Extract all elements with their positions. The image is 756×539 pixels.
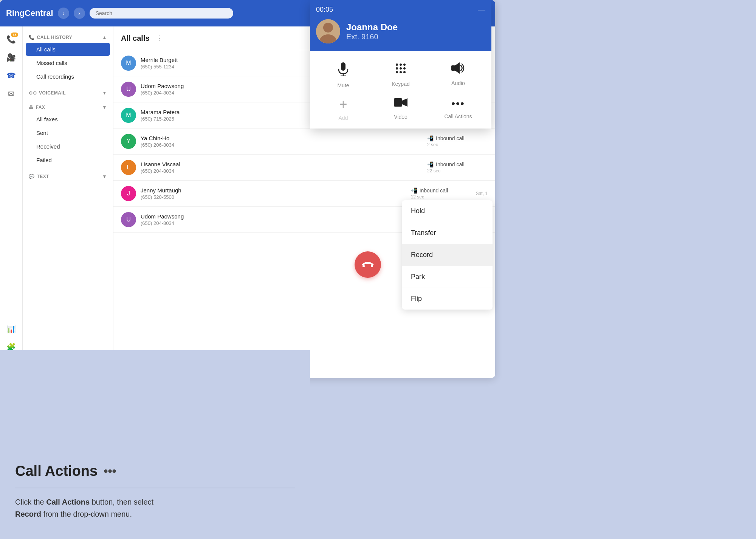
svg-rect-15 (451, 65, 455, 71)
call-type-label: 📲 Inbound call (427, 161, 465, 167)
forward-button[interactable]: › (74, 8, 85, 19)
call-date: Sat, 1 (476, 191, 488, 196)
call-actions-label: Call Actions (444, 113, 472, 119)
microphone-icon (338, 62, 349, 79)
tutorial-dots: ••• (104, 464, 116, 478)
contact-phone: (650) 204-8034 (141, 168, 423, 174)
sidebar-icon-message[interactable]: ✉ (3, 85, 20, 102)
nav-item-missed-calls[interactable]: Missed calls (26, 56, 110, 70)
nav-item-sent[interactable]: Sent (26, 126, 110, 139)
dropdown-item-record[interactable]: Record (402, 244, 493, 266)
nav-item-received[interactable]: Received (26, 140, 110, 153)
call-actions-dropdown: Hold Transfer Record Park Flip (402, 200, 493, 310)
fax-icon: 🖷 (29, 105, 34, 110)
voicemail-collapse-icon: ▼ (102, 90, 107, 96)
svg-marker-18 (402, 98, 407, 107)
call-contact-name: Joanna Doe (346, 22, 398, 33)
nav-sidebar: 📞 CALL HISTORY ▲ All calls Missed calls … (23, 26, 113, 378)
tutorial-title: Call Actions ••• (15, 463, 295, 479)
contact-info: Lisanne Viscaal (650) 204-8034 (141, 161, 423, 174)
back-button[interactable]: ‹ (58, 8, 69, 19)
fax-header[interactable]: 🖷 FAX ▼ (23, 102, 113, 112)
sidebar-icon-video[interactable]: 🎥 (3, 49, 20, 66)
inbound-call-icon: 📲 (427, 161, 434, 167)
nav-item-all-calls[interactable]: All calls (26, 43, 110, 56)
call-history-header[interactable]: 📞 CALL HISTORY ▲ (23, 33, 113, 42)
text-header[interactable]: 💬 TEXT ▼ (23, 172, 113, 181)
contact-phone: (650) 520-5500 (141, 194, 406, 200)
call-timer: 00:05 (316, 6, 333, 14)
video-label: Video (394, 114, 407, 120)
table-row[interactable]: Y Ya Chin-Ho (650) 206-8034 📲 Inbound ca… (113, 129, 495, 155)
call-duration: 22 sec (427, 168, 440, 173)
sidebar-icon-phone[interactable]: 📞 68 (3, 31, 20, 48)
video-call-button[interactable]: Video (375, 98, 426, 121)
svg-point-1 (323, 23, 333, 33)
inbound-call-icon: 📲 (411, 187, 417, 194)
minimize-button[interactable]: — (478, 5, 485, 14)
svg-marker-16 (455, 62, 460, 74)
sidebar-icon-analytics[interactable]: 📊 (3, 321, 20, 337)
phone-small-icon: 📞 (29, 35, 35, 40)
audio-label: Audio (451, 80, 465, 86)
search-input[interactable] (90, 8, 233, 19)
keypad-button[interactable]: Keypad (375, 62, 426, 88)
contact-name: Jenny Murtaugh (141, 187, 406, 194)
voicemail-header[interactable]: ⊙⊙ VOICEMAIL ▼ (23, 88, 113, 98)
more-options-button[interactable]: ⋮ (154, 33, 164, 44)
app-logo: RingCentral (6, 8, 53, 18)
sidebar-icon-call[interactable]: ☎ (3, 67, 20, 84)
call-duration: 12 sec (411, 194, 424, 200)
tutorial-title-text: Call Actions (15, 463, 98, 479)
call-type-section: 📲 Inbound call 2 sec (427, 135, 488, 147)
add-icon: + (339, 98, 347, 111)
tutorial-text-part2: button, then select (90, 498, 153, 506)
tutorial-divider (15, 488, 295, 488)
call-actions-button[interactable]: ••• Call Actions (432, 98, 484, 121)
add-button[interactable]: + Add (318, 98, 369, 121)
table-row[interactable]: L Lisanne Viscaal (650) 204-8034 📲 Inbou… (113, 155, 495, 181)
nav-item-all-faxes[interactable]: All faxes (26, 113, 110, 126)
call-history-label: CALL HISTORY (37, 35, 73, 40)
dropdown-item-park[interactable]: Park (402, 266, 493, 288)
tutorial-overlay: Call Actions ••• Click the Call Actions … (0, 350, 310, 539)
message-icon: ✉ (8, 89, 14, 98)
svg-point-6 (396, 64, 398, 66)
avatar: L (121, 160, 136, 175)
text-label: TEXT (37, 174, 50, 179)
call-icon: ☎ (6, 71, 16, 80)
end-call-button[interactable] (355, 251, 381, 278)
avatar: U (121, 82, 136, 97)
mute-button[interactable]: Mute (318, 62, 369, 88)
svg-point-7 (400, 64, 402, 66)
svg-point-14 (403, 71, 406, 73)
call-actions-grid: Mute Keypad (310, 51, 491, 129)
dropdown-item-hold[interactable]: Hold (402, 200, 493, 222)
tutorial-text-part3: from the drop-down menu. (41, 510, 132, 518)
audio-button[interactable]: Audio (432, 62, 484, 88)
dropdown-item-flip[interactable]: Flip (402, 288, 493, 310)
avatar: M (121, 108, 136, 123)
contact-phone: (650) 204-8034 (141, 220, 406, 226)
icon-sidebar: 📞 68 🎥 ☎ ✉ 📊 🧩 ⚙ (0, 26, 23, 378)
dropdown-item-transfer[interactable]: Transfer (402, 222, 493, 244)
svg-point-11 (403, 67, 406, 70)
svg-rect-3 (341, 62, 345, 71)
collapse-icon: ▲ (102, 35, 107, 40)
ellipsis-icon: ••• (451, 98, 465, 110)
call-duration: 2 sec (427, 142, 438, 147)
call-contact-avatar (316, 19, 340, 43)
nav-item-failed[interactable]: Failed (26, 153, 110, 167)
contact-name: Udom Paowsong (141, 213, 406, 220)
call-type-section: 📲 Inbound call 12 sec (411, 187, 471, 200)
call-panel: 00:05 — Joanna Doe Ext. 9160 (310, 0, 491, 129)
contact-info: Udom Paowsong (650) 204-8034 (141, 213, 406, 226)
nav-item-call-recordings[interactable]: Call recordings (26, 70, 110, 83)
mute-label: Mute (337, 82, 349, 88)
avatar: U (121, 212, 136, 227)
svg-rect-17 (394, 98, 402, 107)
text-collapse-icon: ▼ (102, 174, 107, 179)
call-type-label: 📲 Inbound call (411, 187, 448, 194)
svg-point-10 (400, 67, 402, 70)
svg-point-13 (400, 71, 402, 73)
